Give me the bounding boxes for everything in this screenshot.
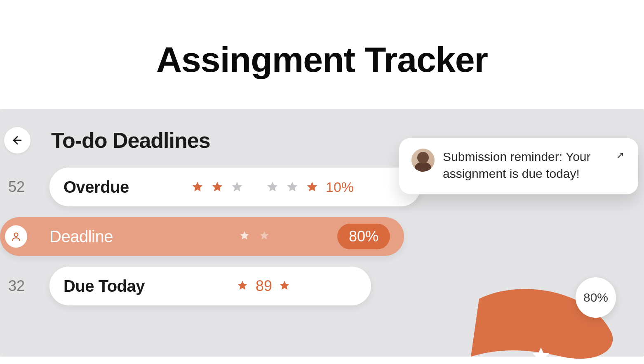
star-icon [191,181,204,193]
reminder-toast[interactable]: Submission reminder: Your assignment is … [399,138,638,194]
svg-point-1 [14,233,18,236]
row-label: Due Today [63,277,187,295]
arrow-left-icon [11,134,24,147]
avatar [411,149,435,172]
star-icon [266,181,279,193]
row-metric-value: 89 [256,277,272,295]
star-icon [259,230,271,243]
row-label: Overdue [63,178,187,196]
progress-badge: 80% [576,277,616,318]
star-icon [279,280,291,292]
percent-pill: 80% [337,224,390,249]
list-item: 32 Due Today 89 [0,267,644,305]
expand-icon[interactable]: ↗ [614,149,626,162]
star-icon [237,280,249,292]
back-button[interactable] [4,127,31,154]
person-chip [5,225,27,248]
star-icon [211,181,223,193]
row-card-deadline[interactable]: Deadline 80% [0,217,404,256]
row-card-overdue[interactable]: Overdue 10% [49,168,421,206]
star-icon [239,230,251,243]
row-card-due-today[interactable]: Due Today 89 [49,267,371,305]
star-icon [306,181,318,193]
row-metric: 89 [237,277,291,295]
toast-text: Submission reminder: Your assignment is … [443,149,606,182]
list-item: Deadline 80% [0,217,644,256]
row-label: Deadline [49,227,173,246]
row-count: 52 [0,178,49,196]
page-title: Assingment Tracker [0,0,644,109]
section-title: To-do Deadlines [51,128,210,153]
star-group [239,230,271,243]
percent-text: 10% [326,179,354,195]
star-icon [231,181,243,193]
star-icon [286,181,298,193]
star-group [191,181,318,193]
person-icon [11,231,21,242]
row-count: 32 [0,277,49,295]
